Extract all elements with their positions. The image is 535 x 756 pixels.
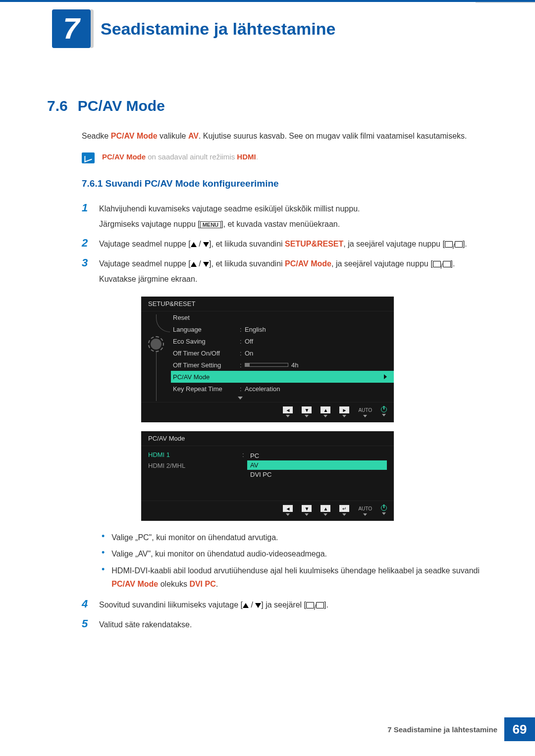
osd-label: Off Timer Setting xyxy=(173,361,240,369)
bullet-icon: • xyxy=(102,531,105,544)
text: Soovitud suvandini liikumiseks vajutage … xyxy=(99,601,243,609)
text: ], et liikuda suvandini xyxy=(209,240,285,248)
osd-option: DVI PC xyxy=(247,470,387,479)
section-title: PC/AV Mode xyxy=(78,98,165,114)
osd-value: Acceleration xyxy=(245,385,387,393)
osd-vertical-line xyxy=(156,352,157,401)
triangle-down-icon xyxy=(203,262,209,267)
step-body: Vajutage seadmel nuppe [ / ], et liikuda… xyxy=(99,237,467,252)
power-icon xyxy=(381,505,387,511)
footer-text: 7 Seadistamine ja lähtestamine xyxy=(387,725,497,734)
text: Kuvatakse järgmine ekraan. xyxy=(99,272,455,287)
note-row: PC/AV Mode on saadaval ainult režiimis H… xyxy=(82,152,490,163)
text: . xyxy=(256,152,258,161)
text: , ja seejärel vajutage nuppu [ xyxy=(331,259,433,268)
source-icon: / xyxy=(445,241,463,248)
text: . xyxy=(216,580,218,588)
osd-label: Reset xyxy=(173,314,240,321)
text: ], et kuvada vastav menüüekraan. xyxy=(221,220,340,228)
osd-value: On xyxy=(245,350,387,357)
step-5: 5 Valitud säte rakendatakse. xyxy=(82,617,490,632)
nav-down-icon: ▼ xyxy=(302,505,312,512)
section-heading: 7.6 PC/AV Mode xyxy=(47,98,490,114)
osd-row: Eco Saving:Off xyxy=(171,335,394,347)
nav-right-icon: ► xyxy=(339,406,349,413)
text: ] ja seejärel [ xyxy=(261,601,306,609)
osd-menu-2: PC/AV Mode HDMI 1: PC AV DVI PC HDMI 2/M… xyxy=(141,431,394,521)
gear-icon xyxy=(151,339,161,350)
triangle-up-icon xyxy=(243,603,249,608)
nav-auto-label: AUTO xyxy=(358,505,372,512)
nav-up-icon: ▲ xyxy=(321,505,330,512)
caret-down-icon xyxy=(363,513,367,516)
osd-label: Key Repeat Time xyxy=(173,385,240,393)
step-body: Klahvijuhendi kuvamiseks vajutage seadme… xyxy=(99,202,360,232)
nav-enter-icon: ↵ xyxy=(339,505,349,512)
note-icon xyxy=(82,152,95,163)
section-number: 7.6 xyxy=(47,98,68,114)
caret-down-icon xyxy=(382,512,386,515)
osd-title: SETUP&RESET xyxy=(141,297,394,311)
text: Valige „AV", kui monitor on ühendatud au… xyxy=(111,547,327,560)
step-number: 5 xyxy=(82,617,92,632)
caret-down-icon xyxy=(382,414,386,416)
osd-value: English xyxy=(245,326,387,333)
bullet-item: • HDMI-DVI-kaabli abil loodud arvutiühen… xyxy=(102,564,490,591)
osd-label: HDMI 2/MHL xyxy=(148,462,242,469)
highlight: PC/AV Mode xyxy=(102,152,146,161)
caret-down-icon xyxy=(323,415,327,417)
intro-paragraph: Seadke PC/AV Mode valikule AV. Kujutise … xyxy=(82,129,490,143)
triangle-down-icon xyxy=(255,603,261,608)
top-accent-bar xyxy=(0,0,535,2)
osd-title: PC/AV Mode xyxy=(141,431,394,446)
text: ], et liikuda suvandini xyxy=(209,259,285,268)
nav-auto-label: AUTO xyxy=(358,406,372,413)
caret-down-icon xyxy=(342,415,346,417)
osd-row: Off Timer On/Off:On xyxy=(171,347,394,359)
osd-connector-line xyxy=(156,314,170,332)
osd-option: PC xyxy=(247,451,387,460)
highlight: SETUP&RESET xyxy=(285,240,343,248)
highlight: AV xyxy=(188,132,199,140)
caret-down-icon xyxy=(305,513,309,516)
text: Vajutage seadmel nuppe [ xyxy=(99,240,191,248)
text: Vajutage seadmel nuppe [ xyxy=(99,259,191,268)
osd-row: HDMI 1: PC AV DVI PC xyxy=(141,449,394,460)
highlight: PC/AV Mode xyxy=(111,132,158,140)
triangle-down-icon xyxy=(203,242,209,247)
bullet-icon: • xyxy=(102,547,105,560)
chapter-title: Seadistamine ja lähtestamine xyxy=(101,19,335,39)
osd-row: Language:English xyxy=(171,323,394,335)
osd-row: Reset xyxy=(171,311,394,323)
triangle-up-icon xyxy=(191,242,197,247)
osd-label: Eco Saving xyxy=(173,338,240,345)
chapter-number-badge: 7 xyxy=(52,9,91,48)
text: ]. xyxy=(451,259,455,268)
highlight: DVI PC xyxy=(189,580,215,588)
note-text: PC/AV Mode on saadaval ainult režiimis H… xyxy=(102,152,258,161)
step-number: 4 xyxy=(82,598,92,612)
step-1: 1 Klahvijuhendi kuvamiseks vajutage sead… xyxy=(82,202,490,232)
osd-value: 4h xyxy=(291,361,298,369)
step-2: 2 Vajutage seadmel nuppe [ / ], et liiku… xyxy=(82,237,490,252)
text: Valige „PC", kui monitor on ühendatud ar… xyxy=(111,531,278,544)
osd-label: Off Timer On/Off xyxy=(173,350,240,357)
highlight: PC/AV Mode xyxy=(285,259,331,268)
step-number: 2 xyxy=(82,237,92,252)
source-icon: / xyxy=(306,602,324,609)
caret-down-icon xyxy=(286,513,290,516)
text: ]. xyxy=(324,601,328,609)
osd-label: PC/AV Mode xyxy=(173,373,240,381)
caret-down-icon xyxy=(363,415,367,417)
osd-option-selected: AV xyxy=(247,460,387,470)
step-body: Soovitud suvandini liikumiseks vajutage … xyxy=(99,598,328,612)
text: Seadke xyxy=(82,132,111,140)
triangle-up-icon xyxy=(191,262,197,267)
text: ]. xyxy=(463,240,467,248)
menu-button-label: MENU xyxy=(200,221,221,228)
text: Järgmiseks vajutage nuppu [ xyxy=(99,220,200,228)
osd-menu-1: SETUP&RESET Reset Language:English Eco S… xyxy=(141,297,394,422)
osd-row: Key Repeat Time:Acceleration xyxy=(171,383,394,395)
chevron-down-icon xyxy=(238,397,243,400)
nav-up-icon: ▲ xyxy=(321,406,330,413)
